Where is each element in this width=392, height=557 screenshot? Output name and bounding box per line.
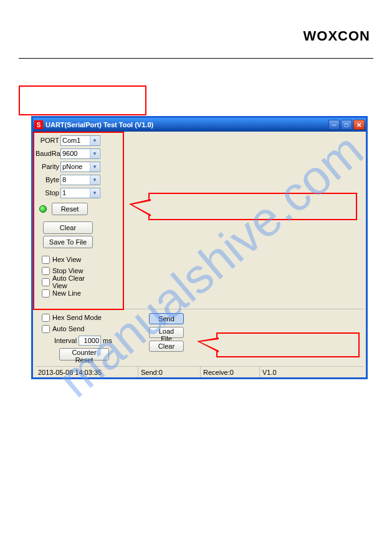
counter-reset-button[interactable]: Counter Reset <box>59 348 109 361</box>
clear-button[interactable]: Clear <box>43 221 93 234</box>
side-panel: PORT Com1 BaudRa 9600 Parity pNone Byte … <box>36 134 100 299</box>
status-led-icon <box>39 205 47 213</box>
interval-label: Interval <box>54 337 77 344</box>
send-button[interactable]: Send <box>149 313 184 324</box>
auto-send-checkbox[interactable]: Auto Send <box>36 323 117 334</box>
auto-clear-label: Auto Clear View <box>52 274 100 289</box>
client-area: PORT Com1 BaudRa 9600 Parity pNone Byte … <box>33 132 366 377</box>
annotation-box-top <box>19 85 146 115</box>
stop-label: Stop <box>36 189 60 196</box>
titlebar[interactable]: S UART(SerialPort) Test Tool (V1.0) ─ □ … <box>33 118 366 132</box>
new-line-label: New Line <box>52 289 81 297</box>
reset-button[interactable]: Reset <box>52 203 88 215</box>
minimize-button[interactable]: ─ <box>328 120 340 130</box>
baud-label: BaudRa <box>36 150 60 157</box>
auto-send-label: Auto Send <box>52 325 84 332</box>
hex-view-label: Hex View <box>52 256 81 263</box>
baud-select[interactable]: 9600 <box>60 148 100 159</box>
app-window: S UART(SerialPort) Test Tool (V1.0) ─ □ … <box>31 116 368 379</box>
maximize-button[interactable]: □ <box>341 120 352 130</box>
load-file-button[interactable]: Load File <box>149 327 184 338</box>
stop-view-label: Stop View <box>52 267 83 274</box>
receive-area <box>103 134 363 308</box>
stop-select[interactable]: 1 <box>60 188 100 198</box>
close-button[interactable]: ✕ <box>353 120 365 130</box>
annotation-callout-1 <box>148 193 357 220</box>
hex-send-checkbox[interactable]: Hex Send Mode <box>36 312 117 323</box>
status-time: 2013-05-08 14:03:35 <box>36 367 138 377</box>
app-icon: S <box>34 120 43 129</box>
header-rule <box>19 58 373 59</box>
port-label: PORT <box>36 137 60 144</box>
hex-view-checkbox[interactable]: Hex View <box>36 254 100 265</box>
status-send: Send:0 <box>138 367 201 377</box>
auto-clear-checkbox[interactable]: Auto Clear View <box>36 276 100 288</box>
brand-logo: WOXCON <box>304 28 370 44</box>
port-select[interactable]: Com1 <box>60 135 100 146</box>
status-bar: 2013-05-08 14:03:35 Send:0 Receive:0 V1.… <box>36 366 363 377</box>
window-title: UART(SerialPort) Test Tool (V1.0) <box>45 121 328 128</box>
byte-select[interactable]: 8 <box>60 175 100 185</box>
byte-label: Byte <box>36 176 60 183</box>
annotation-callout-2 <box>216 332 360 357</box>
parity-select[interactable]: pNone <box>60 162 100 172</box>
status-version: V1.0 <box>260 367 363 377</box>
parity-label: Parity <box>36 163 60 170</box>
status-receive: Receive:0 <box>201 367 260 377</box>
save-to-file-button[interactable]: Save To File <box>43 236 93 248</box>
hex-send-label: Hex Send Mode <box>52 314 102 321</box>
divider <box>36 309 363 309</box>
clear-send-button[interactable]: Clear <box>149 341 184 352</box>
interval-unit: ms <box>103 337 112 344</box>
interval-input[interactable] <box>79 336 101 346</box>
